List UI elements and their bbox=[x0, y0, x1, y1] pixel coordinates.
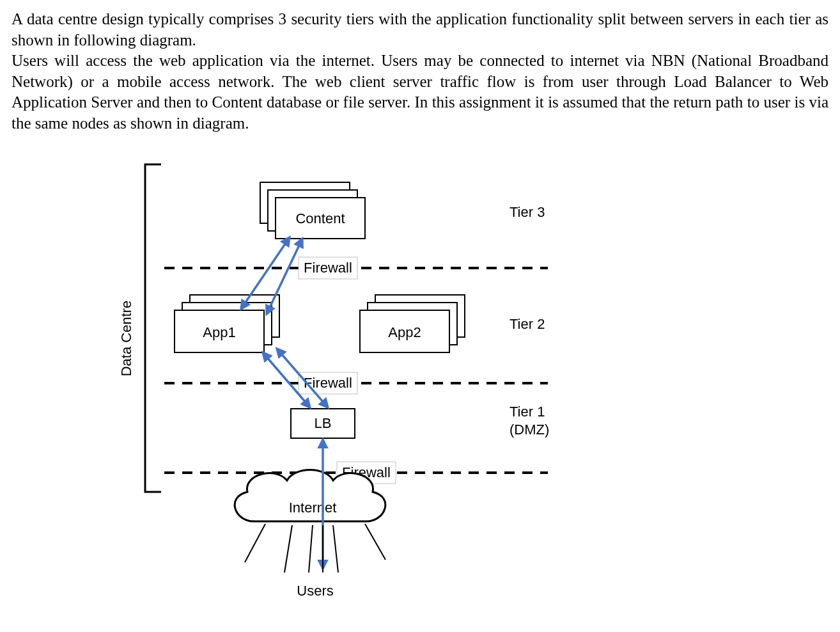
svg-line-10 bbox=[245, 524, 265, 562]
app2-node: App2 bbox=[360, 295, 465, 352]
app1-node: App1 bbox=[175, 295, 279, 352]
bracket-icon bbox=[145, 164, 161, 492]
svg-line-12 bbox=[309, 525, 313, 573]
internet-label: Internet bbox=[289, 500, 337, 516]
intro-text: A data centre design typically comprises… bbox=[12, 9, 828, 134]
svg-line-14 bbox=[333, 525, 338, 573]
lb-node: LB bbox=[291, 409, 355, 438]
paragraph-2: Users will access the web application vi… bbox=[12, 52, 828, 132]
tier1-label-line1: Tier 1 bbox=[509, 404, 545, 420]
users-icon bbox=[245, 524, 385, 573]
tier1-label-line2: (DMZ) bbox=[509, 422, 549, 438]
paragraph-1: A data centre design typically comprises… bbox=[12, 10, 828, 49]
users-label: Users bbox=[297, 583, 333, 599]
content-node: Content bbox=[260, 182, 365, 239]
svg-line-11 bbox=[284, 525, 292, 573]
page: A data centre design typically comprises… bbox=[0, 0, 840, 632]
lb-label: LB bbox=[315, 415, 332, 431]
flow-app1-content-2 bbox=[267, 239, 302, 314]
tier2-label: Tier 2 bbox=[509, 316, 545, 332]
app1-label: App1 bbox=[203, 324, 235, 340]
firewall-label-t3-t2: Firewall bbox=[304, 260, 352, 276]
bracket-label: Data Centre bbox=[118, 301, 134, 377]
svg-line-15 bbox=[365, 524, 385, 560]
diagram-svg: Data Centre Tier 3 Content Firewall Tier… bbox=[100, 153, 740, 626]
app2-label: App2 bbox=[388, 324, 421, 340]
tier3-label: Tier 3 bbox=[509, 204, 545, 220]
data-centre-diagram: Data Centre Tier 3 Content Firewall Tier… bbox=[100, 153, 740, 626]
content-label: Content bbox=[295, 210, 345, 226]
internet-cloud: Internet bbox=[235, 470, 385, 522]
